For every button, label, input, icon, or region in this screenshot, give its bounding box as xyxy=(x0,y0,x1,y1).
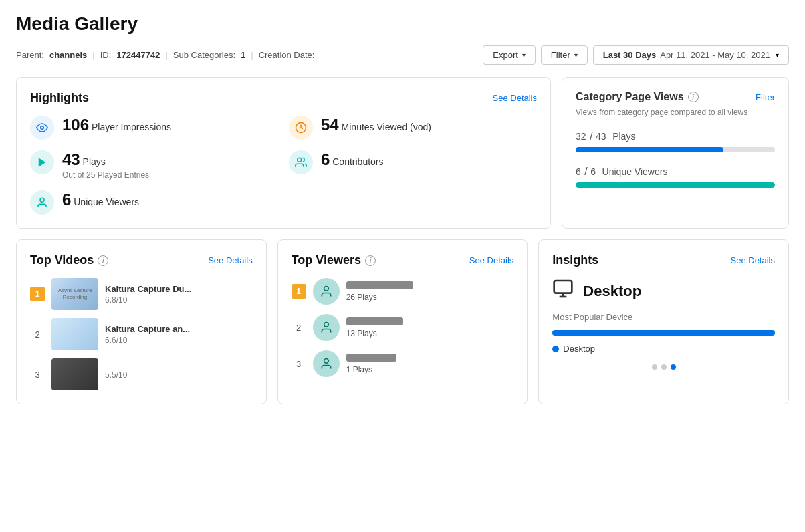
viewer-plays-2: 13 Plays xyxy=(346,329,403,338)
export-button[interactable]: Export ▾ xyxy=(483,45,536,65)
plays-sub: Out of 25 Played Entries xyxy=(62,170,149,180)
play-icon xyxy=(30,150,54,174)
device-name: Desktop xyxy=(583,283,641,300)
top-viewers-info-icon[interactable]: i xyxy=(365,255,376,266)
video-score-1: 6.8/10 xyxy=(105,295,191,305)
top-viewers-card: Top Viewers i See Details 1 26 Plays xyxy=(277,239,528,404)
list-item: 3 1 Plays xyxy=(292,350,514,377)
chevron-down-icon: ▾ xyxy=(776,51,779,59)
insights-card: Insights See Details Desktop Most Popula… xyxy=(538,239,789,404)
svg-rect-8 xyxy=(554,281,572,293)
dots-navigation xyxy=(552,364,775,370)
list-item: 1 26 Plays xyxy=(292,278,514,305)
highlight-plays: 43 Plays Out of 25 Played Entries xyxy=(30,150,278,180)
video-thumb-2 xyxy=(51,318,98,350)
highlight-impressions: 106 Player Impressions xyxy=(30,116,278,140)
viewer-name-bar-1 xyxy=(346,281,413,289)
video-thumb-1: Async LectureRecording xyxy=(51,278,98,310)
person-icon xyxy=(30,190,54,215)
id-label: ID: xyxy=(100,50,112,60)
info-icon[interactable]: i xyxy=(688,92,699,102)
svg-point-0 xyxy=(41,126,44,130)
top-viewers-see-details[interactable]: See Details xyxy=(469,255,513,265)
svg-point-4 xyxy=(40,198,44,202)
viewer-name-bar-2 xyxy=(346,317,403,325)
svg-point-5 xyxy=(324,287,328,291)
minutes-value: 54 xyxy=(321,116,339,134)
viewer-rank-2: 2 xyxy=(292,323,306,333)
dot-3[interactable] xyxy=(671,364,676,370)
highlight-unique-viewers: 6 Unique Viewers xyxy=(30,190,278,215)
viewer-avatar-2 xyxy=(313,314,340,341)
rank-badge-2: 2 xyxy=(30,329,45,340)
svg-marker-2 xyxy=(39,158,46,167)
svg-point-6 xyxy=(324,323,328,327)
top-videos-title: Top Videos xyxy=(30,253,94,267)
video-title-1: Kaltura Capture Du... xyxy=(105,284,191,294)
meta-bar: Parent: channels | ID: 172447742 | Sub C… xyxy=(16,45,789,65)
subcats-value: 1 xyxy=(241,50,245,60)
viewer-avatar-3 xyxy=(313,350,340,377)
viewer-name-bar-3 xyxy=(346,354,396,362)
highlight-minutes: 54 Minutes Viewed (vod) xyxy=(289,116,537,140)
legend-dot-desktop xyxy=(552,346,559,352)
cpv-plays-numbers: 32 / 43 Plays xyxy=(576,128,775,143)
plays-value: 43 xyxy=(62,150,80,168)
dot-1[interactable] xyxy=(652,364,657,370)
svg-point-7 xyxy=(324,359,328,364)
plays-progress-fill xyxy=(576,147,723,152)
chevron-down-icon: ▾ xyxy=(574,51,578,59)
cpv-filter-link[interactable]: Filter xyxy=(756,92,775,102)
clock-icon xyxy=(289,116,313,140)
video-thumb-3 xyxy=(51,358,98,390)
filter-button[interactable]: Filter ▾ xyxy=(541,45,588,65)
subcats-label: Sub Categories: xyxy=(173,50,235,60)
users-icon xyxy=(289,150,313,174)
plays-progress-track xyxy=(576,147,775,152)
category-page-views-card: Category Page Views i Filter Views from … xyxy=(562,77,789,229)
viewers-progress-fill xyxy=(576,182,775,188)
creation-label: Creation Date: xyxy=(259,50,315,60)
unique-viewers-value: 6 xyxy=(62,190,71,209)
cpv-description: Views from category page compared to all… xyxy=(576,107,775,118)
viewer-rank-1: 1 xyxy=(292,284,306,299)
video-score-3: 5.5/10 xyxy=(105,370,127,380)
video-list: 1 Async LectureRecording Kaltura Capture… xyxy=(30,278,253,390)
insights-see-details[interactable]: See Details xyxy=(731,255,775,265)
rank-badge-1: 1 xyxy=(30,287,45,301)
top-viewers-title: Top Viewers xyxy=(292,253,361,267)
highlights-title: Highlights xyxy=(30,91,89,105)
video-title-2: Kaltura Capture an... xyxy=(105,324,190,334)
table-row: 1 Async LectureRecording Kaltura Capture… xyxy=(30,278,253,310)
viewers-progress-track xyxy=(576,182,775,188)
highlights-see-details[interactable]: See Details xyxy=(493,93,537,103)
viewer-list: 1 26 Plays 2 xyxy=(292,278,514,377)
insights-title: Insights xyxy=(552,253,598,267)
video-score-2: 6.6/10 xyxy=(105,336,190,345)
toolbar: Export ▾ Filter ▾ Last 30 Days Apr 11, 2… xyxy=(483,45,789,65)
impressions-value: 106 xyxy=(62,116,89,134)
device-sub: Most Popular Device xyxy=(552,312,775,322)
list-item: 2 13 Plays xyxy=(292,314,514,341)
date-range-button[interactable]: Last 30 Days Apr 11, 2021 - May 10, 2021… xyxy=(593,45,789,65)
parent-value: channels xyxy=(49,50,87,60)
id-value: 172447742 xyxy=(116,50,160,60)
cpv-title: Category Page Views xyxy=(576,91,684,103)
legend-label-desktop: Desktop xyxy=(563,344,595,354)
dot-2[interactable] xyxy=(661,364,667,370)
page-title: Media Gallery xyxy=(16,13,789,35)
viewer-rank-3: 3 xyxy=(292,359,306,369)
top-videos-card: Top Videos i See Details 1 Async Lecture… xyxy=(16,239,267,404)
chevron-down-icon: ▾ xyxy=(522,51,526,59)
cpv-viewers-numbers: 6 / 6 Unique Viewers xyxy=(576,163,775,178)
svg-point-3 xyxy=(298,158,302,162)
insights-bar xyxy=(552,330,775,336)
eye-icon xyxy=(30,116,54,140)
viewer-avatar-1 xyxy=(313,278,340,305)
desktop-icon xyxy=(552,278,574,304)
table-row: 3 5.5/10 xyxy=(30,358,253,390)
rank-badge-3: 3 xyxy=(30,370,45,380)
table-row: 2 Kaltura Capture an... 6.6/10 xyxy=(30,318,253,350)
top-videos-see-details[interactable]: See Details xyxy=(208,255,252,265)
top-videos-info-icon[interactable]: i xyxy=(98,255,108,266)
